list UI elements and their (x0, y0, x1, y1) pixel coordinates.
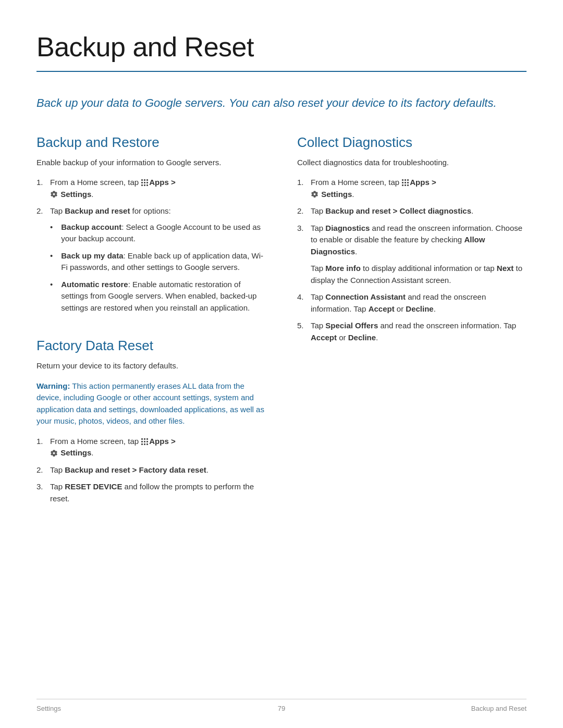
diag-step-3-content: Tap Diagnostics and read the onscreen in… (311, 223, 527, 287)
accept-bold-2: Accept (311, 333, 337, 342)
step-2-content: Tap Backup and reset for options: Backup… (50, 205, 266, 319)
step-1: From a Home screen, tap Apps > Settings. (36, 177, 266, 200)
backup-restore-steps: From a Home screen, tap Apps > Settings. (36, 177, 266, 319)
options-list: Backup account: Select a Google Account … (50, 221, 266, 314)
warning-body: This action permanently erases ALL data … (36, 381, 264, 426)
factory-step-1-content: From a Home screen, tap Apps > Settings. (50, 436, 266, 459)
diag-step-1: From a Home screen, tap Apps > Settings. (297, 177, 527, 200)
decline-bold-2: Decline (348, 333, 376, 342)
diagnostics-steps: From a Home screen, tap Apps > Settings. (297, 177, 527, 343)
page-container: Backup and Reset Back up your data to Go… (0, 0, 563, 728)
diag-step-2-content: Tap Backup and reset > Collect diagnosti… (311, 205, 527, 217)
backup-restore-title: Backup and Restore (36, 134, 266, 151)
more-info-bold: More info (325, 264, 361, 273)
connection-assistant-bold: Connection Assistant (325, 292, 406, 301)
diag-step-3-note: Tap More info to display additional info… (311, 263, 527, 286)
settings-icon-2 (50, 449, 58, 457)
two-column-layout: Backup and Restore Enable backup of your… (36, 134, 527, 524)
collect-diagnostics-title: Collect Diagnostics (297, 134, 527, 151)
apps-icon-2 (141, 438, 148, 445)
backup-restore-desc: Enable backup of your information to Goo… (36, 157, 266, 169)
step-2-bold: Backup and reset (65, 206, 130, 215)
factory-step-1-settings: Settings (60, 448, 91, 457)
diag-step-3-bold1: Diagnostics (325, 224, 370, 232)
diag-step-2-bold: Backup and reset > Collect diagnostics (325, 206, 471, 215)
diag-step-1-content: From a Home screen, tap Apps > Settings. (311, 177, 527, 200)
apps-icon-3 (401, 179, 409, 186)
factory-step-2-content: Tap Backup and reset > Factory data rese… (50, 464, 266, 476)
intro-text: Back up your data to Google servers. You… (36, 95, 527, 112)
step-1-prefix: From a Home screen, tap (50, 178, 139, 187)
step-1-apps: Apps > (149, 178, 175, 187)
factory-reset-section: Factory Data Reset Return your device to… (36, 338, 266, 504)
factory-step-3-content: Tap RESET DEVICE and follow the prompts … (50, 481, 266, 504)
diag-step-5: Tap Special Offers and read the onscreen… (297, 320, 527, 343)
diag-step-2: Tap Backup and reset > Collect diagnosti… (297, 205, 527, 217)
diag-step-4-content: Tap Connection Assistant and read the on… (311, 291, 527, 315)
right-column: Collect Diagnostics Collect diagnostics … (297, 134, 527, 524)
left-column: Backup and Restore Enable backup of your… (36, 134, 266, 524)
accept-bold-1: Accept (369, 304, 395, 313)
footer-page: 79 (278, 705, 285, 712)
backup-restore-section: Backup and Restore Enable backup of your… (36, 134, 266, 319)
factory-step-1-prefix: From a Home screen, tap (50, 437, 139, 446)
next-bold: Next (497, 264, 514, 273)
step-1-settings: Settings (60, 190, 91, 199)
special-offers-bold: Special Offers (325, 321, 378, 330)
bullet-content: Back up my data: Enable back up of appli… (61, 250, 266, 274)
collect-diagnostics-desc: Collect diagnostics data for troubleshoo… (297, 157, 527, 169)
factory-step-3: Tap RESET DEVICE and follow the prompts … (36, 481, 266, 504)
diag-step-4: Tap Connection Assistant and read the on… (297, 291, 527, 315)
step-2: Tap Backup and reset for options: Backup… (36, 205, 266, 319)
diag-step-3-bold2: Allow Diagnostics (311, 235, 485, 256)
footer: Settings 79 Backup and Reset (36, 699, 527, 712)
bullet-backup-data: Back up my data: Enable back up of appli… (50, 250, 266, 274)
factory-reset-desc: Return your device to its factory defaul… (36, 360, 266, 372)
factory-step-2: Tap Backup and reset > Factory data rese… (36, 464, 266, 476)
decline-bold-1: Decline (406, 304, 433, 313)
footer-left: Settings (36, 705, 61, 712)
factory-reset-steps: From a Home screen, tap Apps > Settings.… (36, 436, 266, 505)
apps-icon (141, 179, 148, 186)
warning-bold: Warning: (36, 381, 70, 390)
collect-diagnostics-section: Collect Diagnostics Collect diagnostics … (297, 134, 527, 344)
bullet-content: Backup account: Select a Google Account … (61, 221, 266, 245)
bullet-content: Automatic restore: Enable automatic rest… (61, 279, 266, 314)
settings-icon (50, 190, 58, 198)
diag-step-1-apps: Apps > (410, 178, 436, 187)
diag-step-5-content: Tap Special Offers and read the onscreen… (311, 320, 527, 343)
factory-step-1: From a Home screen, tap Apps > Settings. (36, 436, 266, 459)
diag-step-1-settings: Settings (321, 190, 352, 199)
diag-step-3: Tap Diagnostics and read the onscreen in… (297, 223, 527, 287)
factory-reset-title: Factory Data Reset (36, 338, 266, 354)
page-title: Backup and Reset (36, 31, 527, 63)
factory-step-2-bold: Backup and reset > Factory data reset (65, 465, 206, 474)
factory-step-1-apps: Apps > (149, 437, 175, 446)
settings-icon-3 (311, 190, 319, 198)
warning-text: Warning: This action permanently erases … (36, 380, 266, 427)
bullet-auto-restore: Automatic restore: Enable automatic rest… (50, 279, 266, 314)
footer-right: Backup and Reset (471, 705, 527, 712)
bullet-backup-account: Backup account: Select a Google Account … (50, 221, 266, 245)
factory-step-3-bold: RESET DEVICE (65, 482, 122, 491)
step-1-content: From a Home screen, tap Apps > Settings. (50, 177, 266, 200)
title-divider (36, 71, 527, 72)
